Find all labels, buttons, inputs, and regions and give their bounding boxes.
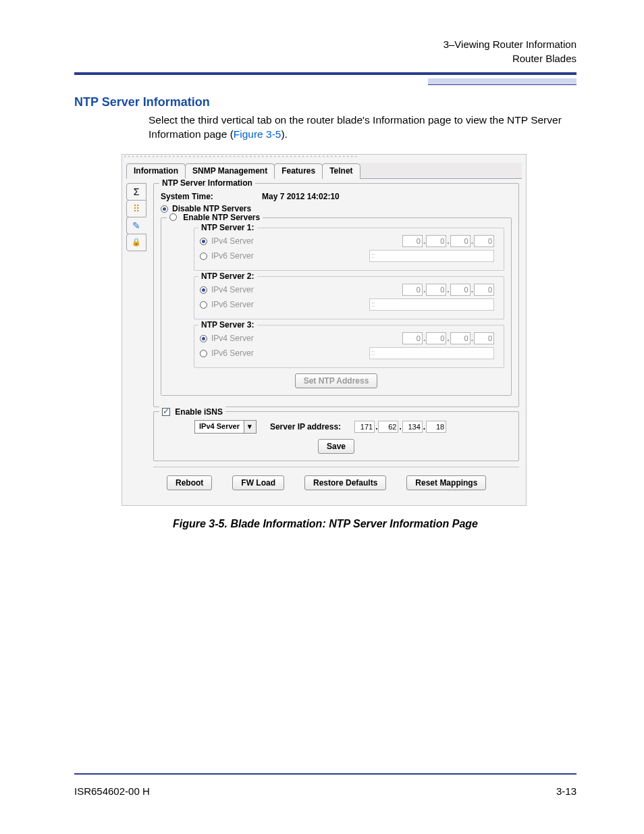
ipv4-label: IPv4 Server xyxy=(211,236,254,246)
ipv6-label: IPv6 Server xyxy=(211,348,254,358)
tab-information[interactable]: Information xyxy=(126,163,186,179)
isns-ip-octet-2[interactable] xyxy=(378,421,398,433)
checkbox-icon xyxy=(162,408,170,416)
chapter-title: 3–Viewing Router Information xyxy=(74,37,576,51)
figure-link[interactable]: Figure 3-5 xyxy=(234,128,281,140)
ntp-group-legend: NTP Server Information xyxy=(159,178,255,188)
isns-ip-octet-1[interactable] xyxy=(354,421,375,433)
radio-icon[interactable] xyxy=(200,286,207,294)
isns-legend[interactable]: Enable iSNS xyxy=(159,407,225,417)
ntp-server-3-group: NTP Server 3: IPv4 Server . . . xyxy=(194,325,504,368)
vtab-sigma[interactable]: Σ xyxy=(126,183,146,201)
radio-icon[interactable] xyxy=(200,253,207,260)
disable-ntp-label: Disable NTP Servers xyxy=(172,204,251,213)
tab-snmp-management[interactable]: SNMP Management xyxy=(185,163,275,179)
ntp-server-1-group: NTP Server 1: IPv4 Server . . . xyxy=(194,228,504,271)
doc-id: ISR654602-00 H xyxy=(74,785,150,797)
sigma-icon: Σ xyxy=(134,186,140,197)
lock-icon: 🔒 xyxy=(132,238,141,246)
ntp1-ip-octet-3[interactable] xyxy=(450,235,471,247)
intro-text-post: ). xyxy=(281,128,287,140)
radio-icon xyxy=(161,205,168,213)
ntp-server-2-legend: NTP Server 2: xyxy=(198,271,257,281)
tab-bar: Information SNMP Management Features Tel… xyxy=(126,163,522,179)
radio-icon[interactable] xyxy=(200,301,207,309)
vertical-tabs: Σ ⠿ ✎ 🔒 xyxy=(126,183,149,498)
ipv4-label: IPv4 Server xyxy=(211,334,254,343)
radio-icon[interactable] xyxy=(200,350,207,357)
ipv6-label: IPv6 Server xyxy=(211,251,254,261)
radio-icon xyxy=(169,213,177,221)
section-crumb: Router Blades xyxy=(74,51,576,66)
isns-label: Enable iSNS xyxy=(175,407,223,417)
ntp3-ip-octet-3[interactable] xyxy=(450,332,471,344)
enable-ntp-group: Enable NTP Servers NTP Server 1: IPv4 Se… xyxy=(161,217,512,396)
header-rule xyxy=(74,72,576,75)
isns-ip-octet-4[interactable] xyxy=(426,421,446,433)
ntp3-ip-octet-4[interactable] xyxy=(474,332,494,344)
chevron-down-icon: ▾ xyxy=(244,421,256,433)
ntp-server-3-legend: NTP Server 3: xyxy=(198,320,257,330)
reset-mappings-button[interactable]: Reset Mappings xyxy=(406,475,486,490)
page-edge-decoration xyxy=(428,78,576,85)
vtab-edit[interactable]: ✎ xyxy=(126,217,146,234)
footer-rule xyxy=(74,773,576,775)
action-button-row: Reboot FW Load Restore Defaults Reset Ma… xyxy=(153,467,519,498)
ntp1-ip-octet-4[interactable] xyxy=(474,235,494,247)
isns-server-type-combo[interactable]: IPv4 Server ▾ xyxy=(194,420,257,434)
reboot-button[interactable]: Reboot xyxy=(167,475,212,490)
ntp-server-2-group: NTP Server 2: IPv4 Server . . . xyxy=(194,276,504,319)
ntp1-ip-octet-1[interactable] xyxy=(402,235,423,247)
ntp-server-1-legend: NTP Server 1: xyxy=(198,223,257,232)
server-ip-label: Server IP address: xyxy=(270,422,341,432)
tab-telnet[interactable]: Telnet xyxy=(322,163,360,179)
grid-icon: ⠿ xyxy=(133,203,140,214)
ntp2-ip-octet-2[interactable] xyxy=(426,284,446,296)
ntp-server-info-group: NTP Server Information System Time: May … xyxy=(153,183,519,407)
vtab-grid[interactable]: ⠿ xyxy=(126,200,146,217)
section-heading: NTP Server Information xyxy=(74,95,576,109)
ntp2-ipv6-input[interactable] xyxy=(369,298,494,311)
tab-features[interactable]: Features xyxy=(274,163,323,179)
ipv4-label: IPv4 Server xyxy=(211,285,254,294)
enable-isns-group: Enable iSNS IPv4 Server ▾ Server IP addr… xyxy=(153,411,519,461)
ntp1-ipv6-input[interactable] xyxy=(369,250,494,262)
screenshot-figure: △△△△△△△△△△△△△△△△△△△△△△△△△△△△△△△△△△△△△△△△… xyxy=(122,154,527,506)
ntp3-ip-octet-1[interactable] xyxy=(402,332,423,344)
radio-icon[interactable] xyxy=(200,335,207,342)
ntp3-ip-octet-2[interactable] xyxy=(426,332,446,344)
restore-defaults-button[interactable]: Restore Defaults xyxy=(304,475,386,490)
vtab-lock[interactable]: 🔒 xyxy=(126,234,146,251)
system-time-label: System Time: xyxy=(161,192,262,201)
combo-value: IPv4 Server xyxy=(195,421,244,433)
disable-ntp-option[interactable]: Disable NTP Servers xyxy=(161,204,512,213)
page-number: 3-13 xyxy=(556,785,576,797)
figure-caption: Figure 3-5. Blade Information: NTP Serve… xyxy=(74,518,576,530)
enable-ntp-label: Enable NTP Servers xyxy=(183,213,260,222)
intro-text-pre: Select the third vertical tab on the rou… xyxy=(149,114,562,140)
ipv6-label: IPv6 Server xyxy=(211,300,254,309)
save-button[interactable]: Save xyxy=(318,439,354,454)
fw-load-button[interactable]: FW Load xyxy=(232,475,284,490)
ntp2-ip-octet-4[interactable] xyxy=(474,284,494,296)
radio-icon[interactable] xyxy=(200,238,207,245)
enable-ntp-legend[interactable]: Enable NTP Servers xyxy=(167,213,263,222)
ntp3-ipv6-input[interactable] xyxy=(369,347,494,359)
intro-paragraph: Select the third vertical tab on the rou… xyxy=(149,113,576,142)
ntp2-ip-octet-1[interactable] xyxy=(402,284,423,296)
pencil-icon: ✎ xyxy=(132,220,140,231)
system-time-value: May 7 2012 14:02:10 xyxy=(262,192,340,201)
ntp2-ip-octet-3[interactable] xyxy=(450,284,471,296)
ntp1-ip-octet-2[interactable] xyxy=(426,235,446,247)
isns-ip-octet-3[interactable] xyxy=(402,421,423,433)
set-ntp-address-button[interactable]: Set NTP Address xyxy=(295,373,378,388)
torn-edge-icon: △△△△△△△△△△△△△△△△△△△△△△△△△△△△△△△△△△△△△△△△… xyxy=(122,153,357,157)
